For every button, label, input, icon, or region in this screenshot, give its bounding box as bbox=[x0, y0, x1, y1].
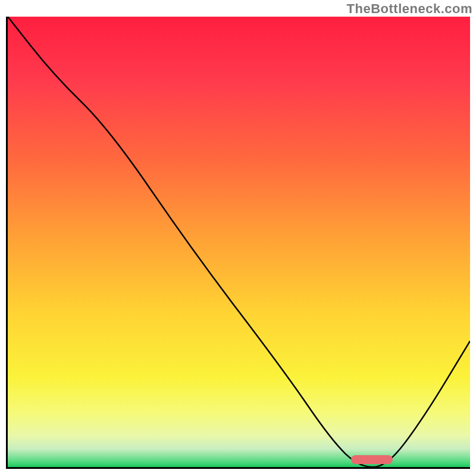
chart-stage: TheBottleneck.com bbox=[0, 0, 476, 476]
optimal-range-marker bbox=[351, 455, 393, 464]
gradient-rect bbox=[8, 17, 470, 467]
curve-layer bbox=[8, 17, 470, 467]
plot-area bbox=[6, 17, 470, 469]
watermark-text: TheBottleneck.com bbox=[347, 1, 472, 17]
